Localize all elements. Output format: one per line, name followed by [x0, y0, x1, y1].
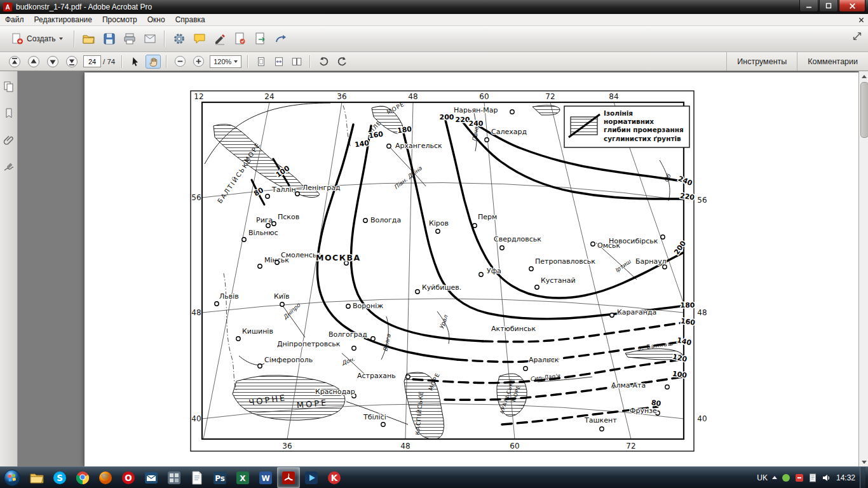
open-file-button[interactable]	[80, 30, 98, 48]
create-pdf-button[interactable]: Создать	[5, 30, 69, 48]
svg-text:O: O	[125, 472, 132, 482]
explorer-taskbar-button[interactable]	[25, 467, 48, 488]
page-number-input[interactable]	[83, 55, 101, 67]
city-label: Рига	[256, 216, 273, 224]
print-button[interactable]	[121, 30, 139, 48]
svg-text:Урал: Урал	[438, 314, 450, 330]
fit-width-button[interactable]	[271, 55, 287, 69]
scrollbar-thumb[interactable]	[860, 82, 868, 138]
pages-icon	[3, 80, 15, 93]
sign-button[interactable]	[211, 30, 229, 48]
file-manager-taskbar-button[interactable]	[163, 467, 186, 488]
city-dot	[387, 144, 391, 148]
svg-text:48: 48	[408, 92, 417, 101]
city-label: Новосибірськ	[609, 237, 658, 245]
minimize-button[interactable]	[799, 0, 818, 12]
start-button[interactable]	[3, 468, 22, 487]
last-page-button[interactable]	[64, 55, 80, 69]
next-page-button[interactable]	[44, 55, 61, 69]
select-tool-button[interactable]	[128, 55, 143, 69]
previous-page-button[interactable]	[25, 55, 42, 69]
zoom-out-button[interactable]	[172, 55, 188, 69]
close-button[interactable]	[839, 0, 865, 12]
tray-app-icon-green[interactable]	[782, 473, 790, 482]
tray-expand-icon[interactable]	[772, 476, 777, 479]
show-desktop-button[interactable]	[860, 467, 865, 488]
zoom-level-select[interactable]: 120%	[210, 55, 241, 68]
skype-taskbar-button[interactable]: S	[48, 467, 71, 488]
menu-file[interactable]: Файл	[0, 14, 29, 25]
comments-panel-button[interactable]: Комментарии	[797, 52, 868, 71]
chrome-taskbar-button[interactable]	[71, 467, 94, 488]
save-file-button[interactable]	[100, 30, 118, 48]
language-indicator[interactable]: UK	[757, 473, 768, 482]
bookmarks-button[interactable]	[1, 105, 17, 121]
actual-size-button[interactable]	[254, 55, 269, 69]
settings-button[interactable]	[170, 30, 188, 48]
bookmark-icon	[3, 107, 15, 119]
hand-tool-button[interactable]	[146, 55, 161, 69]
hand-icon	[147, 56, 159, 67]
svg-text:36: 36	[282, 442, 292, 451]
svg-text:Волга: Волга	[382, 333, 392, 352]
mail-taskbar-button[interactable]	[140, 467, 163, 488]
scroll-up-button[interactable]	[859, 71, 868, 81]
envelope-icon	[143, 32, 157, 46]
city-label: Сімферополь	[264, 356, 313, 364]
sign-pen-icon	[213, 32, 227, 46]
menu-view[interactable]: Просмотр	[97, 14, 142, 25]
city-dot	[610, 313, 614, 317]
first-page-button[interactable]	[6, 55, 23, 69]
rotate-counterclockwise-button[interactable]	[316, 55, 332, 69]
excel-taskbar-button[interactable]: X	[231, 467, 254, 488]
vertical-scrollbar[interactable]	[858, 71, 868, 467]
tray-app-icon-document[interactable]	[808, 473, 817, 482]
svg-text:Дон.: Дон.	[341, 356, 356, 367]
maximize-button[interactable]	[819, 0, 838, 12]
attachments-button[interactable]	[1, 132, 17, 147]
rotate-clockwise-button[interactable]	[334, 55, 350, 69]
navigation-pane	[0, 71, 18, 467]
isoline-value-label: 240	[677, 174, 693, 187]
tray-app-icon-red[interactable]	[795, 473, 804, 482]
notepad-taskbar-button[interactable]	[186, 467, 208, 488]
menu-help[interactable]: Справка	[170, 14, 210, 25]
scroll-down-button[interactable]	[859, 457, 868, 467]
email-button[interactable]	[141, 30, 159, 48]
media-player-taskbar-button[interactable]	[300, 467, 323, 488]
volume-icon[interactable]	[822, 473, 831, 482]
title-bar[interactable]: A budkonstr_1-74.pdf - Adobe Acrobat Pro	[0, 0, 868, 14]
separator	[309, 55, 311, 68]
separator	[247, 55, 248, 68]
photoshop-taskbar-button[interactable]: Ps	[208, 467, 231, 488]
svg-text:72: 72	[626, 442, 635, 451]
city-dot	[436, 229, 440, 233]
city-dot	[258, 364, 262, 368]
expand-toolbar-icon[interactable]	[851, 30, 863, 44]
menu-edit[interactable]: Редактирование	[29, 14, 97, 25]
pdf-page[interactable]: Ізолініянормативнихглибин промерзаннясуг…	[85, 72, 858, 467]
acrobat-taskbar-button[interactable]	[277, 467, 300, 488]
zoom-in-button[interactable]	[191, 55, 207, 69]
word-taskbar-button[interactable]: W	[254, 467, 277, 488]
menu-bar: Файл Редактирование Просмотр Окно Справк…	[0, 14, 868, 26]
city-label: Актюбинськ	[491, 325, 536, 333]
city-dot	[352, 346, 356, 350]
close-document-icon[interactable]	[858, 16, 864, 25]
create-pdf-icon	[11, 32, 24, 45]
share-button[interactable]	[272, 30, 290, 48]
kmplayer-taskbar-button[interactable]: K	[323, 467, 346, 488]
export-button[interactable]	[252, 30, 269, 48]
tools-panel-button[interactable]: Инструменты	[726, 52, 797, 71]
save-icon	[102, 32, 116, 46]
clock[interactable]: 14:32	[836, 473, 855, 482]
menu-window[interactable]: Окно	[142, 14, 170, 25]
svg-text:S: S	[57, 472, 63, 482]
page-thumbnails-button[interactable]	[1, 79, 17, 94]
signatures-button[interactable]	[1, 159, 17, 174]
firefox-taskbar-button[interactable]	[94, 467, 117, 488]
two-page-view-button[interactable]	[289, 55, 304, 69]
approve-button[interactable]	[231, 30, 249, 48]
opera-taskbar-button[interactable]: O	[117, 467, 140, 488]
comment-button[interactable]	[191, 30, 208, 48]
